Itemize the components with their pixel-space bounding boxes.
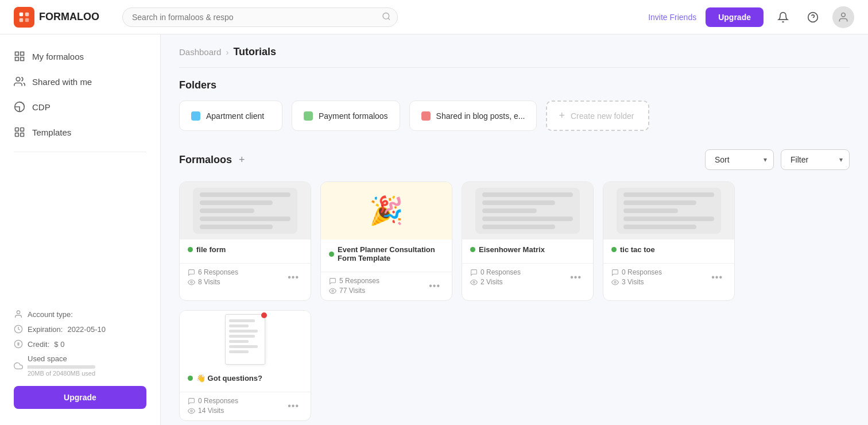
create-folder-plus-icon: + [559,110,565,122]
more-button-event-planner[interactable]: ••• [425,280,444,292]
credit-label: Credit: [28,340,49,349]
eye-icon [188,279,195,286]
filter-dropdown-wrap: Filter [781,149,850,170]
search-button[interactable] [382,11,391,22]
formalo-card-got-questions[interactable]: 👋 Got questions? 0 Responses 14 Visits [179,310,311,421]
svg-rect-3 [25,18,29,21]
cloud-icon [14,361,23,370]
visits-stat: 8 Visits [188,278,238,286]
formaloos-header: Formaloos + [179,154,245,166]
sidebar-item-my-formaloos-label: My formaloos [32,52,84,61]
search-input[interactable] [122,7,398,27]
party-icon: 🎉 [369,195,404,227]
folder-apartment[interactable]: Apartment client [179,101,282,131]
filter-dropdown[interactable]: Filter [781,149,850,170]
formalo-thumb-event-planner: 🎉 [321,182,452,239]
breadcrumb: Dashboard › Tutorials [179,34,850,67]
expiration-value: 2022-05-10 [67,325,106,334]
svg-rect-8 [16,52,19,56]
sidebar-item-cdp-label: CDP [32,102,51,112]
folder-dot-payment [304,111,313,121]
folder-shared-blog[interactable]: Shared in blog posts, e... [409,101,537,131]
dollar-icon [14,339,23,349]
account-type-row: Account type: [14,310,146,319]
storage-bar [28,365,95,369]
eye-icon [470,279,478,286]
more-button-tic-tac-toe[interactable]: ••• [708,271,726,284]
sort-dropdown[interactable]: Sort [705,149,774,170]
formalo-card-event-planner[interactable]: 🎉 Event Planner Consultation Form Templa… [320,181,452,301]
svg-rect-16 [16,133,19,137]
sidebar-item-templates[interactable]: Templates [0,119,160,145]
formalo-stats-file-form: 6 Responses 8 Visits [188,268,238,286]
formalo-card-file-form[interactable]: file form 6 Responses 8 Visits [179,181,311,301]
formalo-body-tic-tac-toe: tic tac toe [603,239,734,263]
upgrade-sidebar-button[interactable]: Upgrade [14,386,146,409]
upgrade-button[interactable]: Upgrade [706,7,764,27]
main-layout: My formaloos Shared with me CDP Templa [0,34,868,425]
breadcrumb-dashboard[interactable]: Dashboard [179,47,221,57]
used-space-label: Used space [28,354,95,363]
more-button-file-form[interactable]: ••• [284,271,303,284]
nav-right: Invite Friends Upgrade [648,6,854,28]
formaloos-controls: Formaloos + Sort Filter [179,149,850,170]
formalo-thumb-got-questions [180,311,311,368]
responses-icon [188,397,195,405]
user-avatar-button[interactable] [832,6,854,28]
users-icon [14,76,25,87]
svg-rect-2 [20,18,23,21]
notifications-button[interactable] [773,7,793,28]
invite-friends-button[interactable]: Invite Friends [648,13,696,22]
breadcrumb-current: Tutorials [233,46,276,58]
folders-section-title: Folders [179,79,850,91]
svg-point-18 [17,311,20,314]
formalo-footer-tic-tac-toe: 0 Responses 3 Visits ••• [603,263,734,292]
responses-icon [188,269,195,276]
credit-row: Credit: $ 0 [14,339,146,349]
formalo-stats-eisenhower: 0 Responses 2 Visits [470,268,521,286]
sidebar-item-cdp[interactable]: CDP [0,94,160,119]
svg-rect-1 [25,12,29,16]
thumb-grey-tic-tac-toe [617,188,721,234]
apps-icon [14,126,25,138]
svg-point-12 [16,78,20,82]
add-formaloo-button[interactable]: + [239,154,245,166]
formalo-card-eisenhower[interactable]: Eisenhower Matrix 0 Responses 2 Visits [462,181,594,301]
clock-icon [14,324,23,334]
sidebar-item-my-formaloos[interactable]: My formaloos [0,44,160,69]
eye-icon [611,279,619,286]
account-info: Account type: Expiration: 2022-05-10 Cre… [14,310,146,377]
responses-icon [611,269,619,276]
sidebar: My formaloos Shared with me CDP Templa [0,34,161,425]
responses-stat: 5 Responses [329,277,379,285]
logo[interactable]: FORMALOO [14,7,99,28]
formalo-card-tic-tac-toe[interactable]: tic tac toe 0 Responses 3 Visits [603,181,735,301]
credit-value: $ 0 [54,340,64,349]
help-button[interactable] [803,7,823,28]
svg-rect-0 [20,12,23,16]
svg-rect-10 [16,57,19,61]
thumb-grey-file-form [193,188,297,234]
formalo-stats-event-planner: 5 Responses 77 Visits [329,277,379,295]
svg-point-22 [191,281,192,283]
folder-payment[interactable]: Payment formaloos [292,101,400,131]
svg-rect-11 [21,57,24,61]
more-button-eisenhower[interactable]: ••• [567,271,585,284]
formalo-body-eisenhower: Eisenhower Matrix [462,239,593,263]
formalo-footer-eisenhower: 0 Responses 2 Visits ••• [462,263,593,292]
sort-filter-row: Sort Filter [705,149,850,170]
svg-point-4 [383,13,389,19]
formalo-footer-got-questions: 0 Responses 14 Visits ••• [180,392,311,420]
more-button-got-questions[interactable]: ••• [284,400,303,412]
main-content: Dashboard › Tutorials Folders Apartment … [161,34,868,425]
formalo-body-event-planner: Event Planner Consultation Form Template [321,239,452,272]
search-bar [122,7,398,27]
doc-paper [225,314,265,365]
formalo-stats-got-questions: 0 Responses 14 Visits [188,397,238,415]
status-dot-file-form [188,247,193,252]
eye-icon [329,287,336,295]
sidebar-item-shared-with-me[interactable]: Shared with me [0,69,160,94]
responses-stat: 6 Responses [188,268,238,276]
create-folder-card[interactable]: + Create new folder [546,101,649,131]
visits-stat: 77 Visits [329,287,379,295]
